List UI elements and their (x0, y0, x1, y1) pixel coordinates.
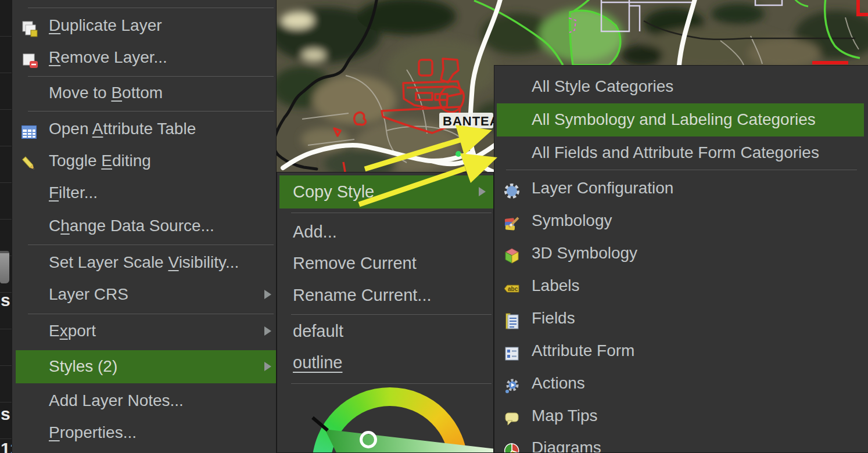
menu-item-change-data-source[interactable]: Change Data Source... (12, 210, 276, 242)
fields-icon (503, 309, 521, 328)
saturation-triangle[interactable] (277, 172, 494, 453)
green-marker-dot (455, 151, 461, 157)
menu-item-duplicate-layer[interactable]: Duplicate Layer (12, 9, 276, 42)
menu-item-add-layer-notes[interactable]: Add Layer Notes... (12, 384, 276, 417)
layers-panel-fragment: s s 12 (0, 0, 12, 453)
menu-item-symbology[interactable]: Symbology (494, 204, 868, 237)
menu-separator (506, 170, 857, 170)
map-tips-icon (503, 407, 521, 425)
layer-name-fragment: s (1, 405, 10, 423)
toggle-editing-icon (20, 152, 38, 170)
attribute-form-icon (503, 341, 521, 360)
qgis-screen: s s 12 (0, 0, 868, 453)
menu-item-actions[interactable]: Actions (494, 367, 868, 400)
menu-item-attribute-form[interactable]: Attribute Form (494, 335, 868, 367)
3d-symbology-icon (503, 244, 521, 263)
menu-item-diagrams[interactable]: Diagrams (494, 432, 868, 453)
menu-item-filter[interactable]: Filter... (12, 177, 276, 209)
layer-configuration-icon (503, 179, 521, 197)
duplicate-layer-icon (20, 16, 38, 35)
layer-icon-fragment (0, 251, 9, 283)
menu-item-labels[interactable]: abc Labels (494, 269, 868, 302)
actions-icon (503, 374, 521, 393)
layer-name-fragment: s (1, 292, 10, 309)
menu-item-export[interactable]: Export (12, 315, 276, 347)
menu-item-layer-configuration[interactable]: Layer Configuration (494, 172, 868, 204)
menu-item-set-layer-scale-visibility[interactable]: Set Layer Scale Visibility... (12, 246, 276, 279)
submenu-arrow-icon (264, 362, 271, 371)
submenu-arrow-icon (264, 290, 271, 299)
menu-item-move-to-bottom[interactable]: Move to Bottom (12, 77, 276, 109)
menu-item-layer-crs[interactable]: Layer CRS (12, 278, 276, 311)
menu-item-fields[interactable]: Fields (494, 302, 868, 335)
menu-item-all-style-categories[interactable]: All Style Categories (494, 70, 868, 103)
submenu-arrow-icon (264, 326, 271, 336)
menu-item-toggle-editing[interactable]: Toggle Editing (12, 145, 276, 177)
styles-submenu: Copy Style Add... Remove Current Rename … (277, 172, 494, 453)
symbology-icon (503, 211, 521, 230)
menu-item-remove-layer[interactable]: Remove Layer... (12, 41, 276, 74)
style-categories-submenu: All Style Categories All Symbology and L… (494, 65, 868, 453)
diagrams-icon (503, 438, 521, 453)
menu-item-open-attribute-table[interactable]: Open Attribute Table (12, 113, 276, 145)
saturation-marker[interactable] (360, 431, 377, 448)
menu-item-all-symbology-and-labeling-categories[interactable]: All Symbology and Labeling Categories (494, 103, 868, 136)
remove-layer-icon (20, 48, 38, 67)
menu-separator (28, 111, 274, 112)
attribute-table-icon (20, 120, 38, 138)
layer-context-menu: Duplicate Layer Remove Layer... Move to … (12, 0, 277, 453)
menu-separator (28, 8, 274, 8)
labels-icon: abc (503, 276, 521, 295)
svg-text:abc: abc (508, 286, 518, 292)
menu-item-all-fields-and-attribute-form-categories[interactable]: All Fields and Attribute Form Categories (494, 136, 868, 169)
menu-item-properties[interactable]: Properties... (12, 416, 276, 449)
menu-item-3d-symbology[interactable]: 3D Symbology (494, 237, 868, 269)
menu-separator (28, 245, 274, 245)
menu-item-styles[interactable]: Styles (2) (12, 350, 276, 383)
menu-separator (28, 314, 274, 314)
menu-item-map-tips[interactable]: Map Tips (494, 400, 868, 432)
